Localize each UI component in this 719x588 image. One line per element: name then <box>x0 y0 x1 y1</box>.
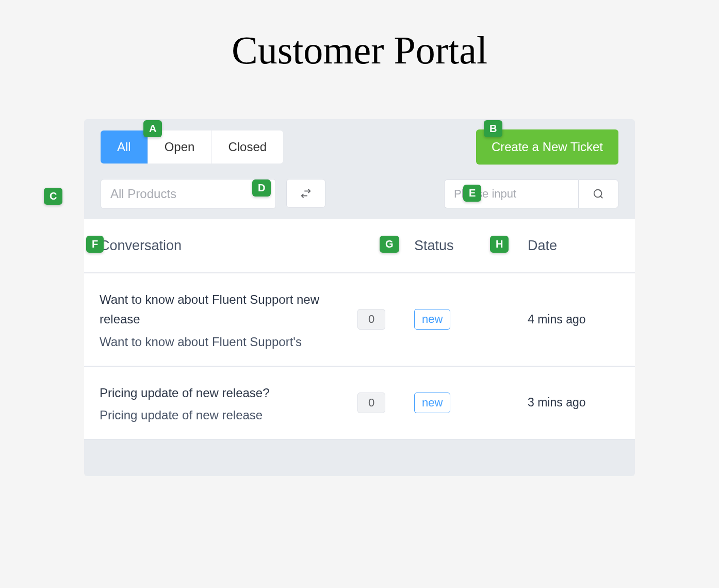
reply-count-badge: 0 <box>357 309 385 330</box>
ticket-title[interactable]: Pricing update of new release? <box>100 383 357 403</box>
filter-tabs: All Open Closed <box>101 130 283 164</box>
toolbar-second: All Products <box>84 165 635 219</box>
page-title: Customer Portal <box>0 0 719 119</box>
th-date: Date <box>528 238 619 254</box>
th-status: Status <box>414 238 528 254</box>
product-select[interactable]: All Products <box>101 179 276 209</box>
ticket-count-cell: 0 <box>357 309 414 330</box>
ticket-date: 4 mins ago <box>528 313 619 326</box>
th-conversation: Conversation <box>100 238 357 254</box>
ticket-preview: Want to know about Fluent Support's <box>100 335 357 349</box>
ticket-row[interactable]: Pricing update of new release? Pricing u… <box>84 367 635 440</box>
product-select-label: All Products <box>110 187 176 201</box>
svg-line-3 <box>600 196 602 198</box>
ticket-row[interactable]: Want to know about Fluent Support new re… <box>84 273 635 367</box>
search-button[interactable] <box>578 179 618 208</box>
sort-button[interactable] <box>286 179 325 208</box>
marker-e: E <box>463 185 481 202</box>
marker-h: H <box>490 236 509 253</box>
ticket-conversation: Want to know about Fluent Support new re… <box>100 290 357 349</box>
ticket-preview: Pricing update of new release <box>100 408 357 422</box>
marker-b: B <box>484 120 502 137</box>
status-badge: new <box>414 309 450 330</box>
search-icon <box>593 188 604 200</box>
marker-g: G <box>380 236 399 253</box>
filter-tab-all[interactable]: All <box>101 130 148 164</box>
svg-point-2 <box>594 190 602 198</box>
ticket-date: 3 mins ago <box>528 396 619 410</box>
status-badge: new <box>414 393 450 413</box>
left-controls: All Products <box>101 179 325 209</box>
sort-icon <box>300 188 312 199</box>
portal-container: All Open Closed Create a New Ticket All … <box>84 119 635 476</box>
toolbar-top: All Open Closed Create a New Ticket <box>84 119 635 165</box>
marker-a: A <box>143 120 162 137</box>
ticket-count-cell: 0 <box>357 393 414 413</box>
marker-d: D <box>252 179 271 197</box>
ticket-status-cell: new <box>414 393 528 413</box>
tickets-table: Conversation Status Date Want to know ab… <box>84 219 635 440</box>
ticket-conversation: Pricing update of new release? Pricing u… <box>100 383 357 422</box>
marker-c: C <box>44 188 62 205</box>
filter-tab-closed[interactable]: Closed <box>211 130 283 164</box>
reply-count-badge: 0 <box>357 393 385 413</box>
ticket-title[interactable]: Want to know about Fluent Support new re… <box>100 290 357 330</box>
marker-f: F <box>86 236 104 253</box>
table-header: Conversation Status Date <box>84 219 635 273</box>
ticket-status-cell: new <box>414 309 528 330</box>
